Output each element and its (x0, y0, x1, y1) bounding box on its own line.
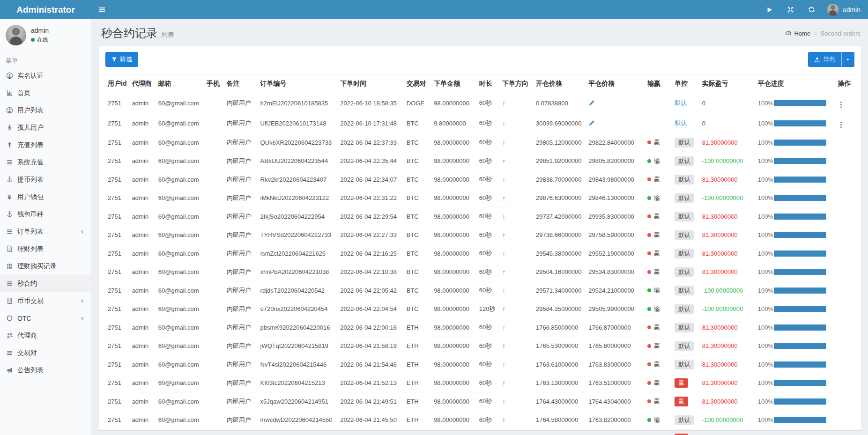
control-cell: 默认 (672, 281, 699, 300)
note-cell: 内部用户 (224, 281, 258, 300)
edit-pencil-icon[interactable] (588, 100, 643, 106)
progress-bar (774, 361, 826, 368)
result-dot-icon (647, 288, 651, 292)
control-default-button[interactable]: 默认 (675, 156, 694, 166)
sidebar-item-agent[interactable]: 代理商 (0, 327, 91, 344)
export-dropdown-toggle[interactable] (841, 52, 854, 67)
sidebar-item-label: 用户列表 (17, 106, 85, 115)
result-label: 赢 (654, 360, 660, 369)
refresh-icon[interactable] (801, 0, 822, 19)
sidebar-item-otc[interactable]: OTC (0, 310, 91, 327)
direction-cell: ↑ (500, 189, 534, 207)
hamburger-menu-icon[interactable] (91, 0, 113, 19)
row-actions-menu-icon[interactable] (838, 101, 845, 109)
direction-up-icon: ↑ (502, 379, 506, 387)
amount-cell: 98.00000000 (431, 263, 477, 281)
note-cell: 内部用户 (224, 429, 258, 435)
close-price-cell: 29552.19000000 (586, 244, 645, 263)
amount-cell: 98.00000000 (431, 189, 477, 207)
breadcrumb-home-link[interactable]: Home (785, 30, 810, 37)
sidebar-item-second-contract[interactable]: 秒合约 (0, 275, 91, 292)
order-no-cell: IXCmNg20220604214237 (258, 429, 338, 435)
sidebar-item-label: 系统充值 (17, 158, 85, 167)
control-default-button[interactable]: 默认 (675, 175, 694, 184)
control-cell: 默认 (672, 244, 699, 263)
user-circle-icon (6, 72, 13, 79)
table-row: 2751admin60@gmail.com内部用户IXCmNg202206042… (105, 429, 854, 435)
sidebar-item-home[interactable]: 首页 (0, 84, 91, 102)
profit-cell: 0 (700, 113, 756, 133)
edit-pencil-icon[interactable] (588, 120, 643, 126)
control-default-button[interactable]: 默认 (675, 415, 694, 425)
row-actions-menu-icon[interactable] (838, 121, 845, 129)
result-cell: 赢 (645, 133, 672, 152)
result-dot-icon (647, 344, 651, 348)
control-default-button[interactable]: 默认 (675, 249, 694, 258)
result-cell: 赢 (645, 355, 672, 374)
table-row: 2751admin60@gmail.com内部用户o720nx202206042… (105, 300, 854, 318)
email-cell: 60@gmail.com (156, 355, 204, 374)
control-default-link[interactable]: 默认 (675, 119, 687, 127)
phone-cell (204, 152, 224, 170)
breadcrumb-current: Second-orders (821, 30, 861, 37)
user-menu[interactable]: admin (822, 4, 868, 16)
sidebar-item-orphan-users[interactable]: 孤儿用户 (0, 119, 91, 136)
result-cell: 赢 (645, 318, 672, 337)
column-header: 用户id (105, 75, 130, 93)
sidebar-item-finance-list[interactable]: 理财列表 (0, 240, 91, 258)
control-default-button[interactable]: 默认 (675, 286, 694, 295)
control-default-button[interactable]: 默认 (675, 193, 694, 203)
control-default-button[interactable]: 默认 (675, 341, 694, 351)
filter-button[interactable]: 筛选 (105, 52, 138, 67)
brand-title: Administrator (0, 0, 91, 19)
note-cell: 内部用户 (224, 93, 258, 113)
column-header: 下单金额 (431, 75, 477, 93)
operate-cell (835, 226, 854, 244)
duration-cell: 60秒 (477, 207, 500, 226)
result-dot-icon (647, 381, 651, 385)
sidebar-item-user-wallet[interactable]: ¥用户钱包 (0, 188, 91, 206)
control-default-link[interactable]: 默认 (675, 99, 687, 107)
control-default-button[interactable]: 默认 (675, 230, 694, 240)
control-default-button[interactable]: 默认 (675, 138, 694, 147)
sidebar-item-withdraw-list[interactable]: 提币列表 (0, 171, 91, 188)
email-cell: 60@gmail.com (156, 337, 204, 355)
export-button[interactable]: 导出 (808, 52, 841, 67)
column-header: 操作 (835, 75, 854, 93)
sidebar-item-user-list[interactable]: 用户列表 (0, 102, 91, 119)
control-default-button[interactable]: 默认 (675, 267, 694, 277)
result-label: 输 (654, 194, 660, 202)
control-default-button[interactable]: 默认 (675, 304, 694, 314)
close-price-cell: 29843.98000000 (586, 170, 645, 189)
table-row: 2751admin60@gmail.com内部用户QUk6XR202206042… (105, 133, 854, 152)
column-header: 平仓进度 (756, 75, 836, 93)
open-price-cell: 29571.34000000 (534, 281, 586, 300)
sidebar-item-wallet-coins[interactable]: 钱包币种 (0, 206, 91, 223)
amount-cell: 98.00000000 (431, 226, 477, 244)
pair-cell: BTC (404, 300, 431, 318)
control-default-button[interactable]: 默认 (675, 323, 694, 332)
close-price-cell: 29846.13000000 (586, 189, 645, 207)
direction-up-icon: ↑ (502, 250, 506, 258)
sidebar-item-recharge-list[interactable]: 充值列表 (0, 136, 91, 154)
control-default-button[interactable]: 默认 (675, 212, 694, 221)
agent-cell: admin (130, 189, 156, 207)
sidebar-item-trading-pair[interactable]: 交易对 (0, 344, 91, 361)
direction-cell: ↑ (500, 392, 534, 411)
sidebar-item-announcement-list[interactable]: 公告列表 (0, 361, 91, 379)
sidebar-item-order-list[interactable]: 订单列表 (0, 223, 91, 240)
sidebar-item-coin-trade[interactable]: 币币交易 (0, 292, 91, 310)
control-win-button[interactable]: 赢 (675, 397, 688, 406)
control-win-button[interactable]: 赢 (675, 378, 688, 388)
sidebar-item-real-name-auth[interactable]: 实名认证 (0, 67, 91, 84)
expand-icon[interactable] (780, 0, 801, 19)
play-icon[interactable] (759, 0, 780, 19)
sidebar-item-finance-purchases[interactable]: 理财购买记录 (0, 258, 91, 275)
phone-cell (204, 374, 224, 392)
progress-cell: 100% (756, 281, 836, 300)
column-header: 邮箱 (156, 75, 204, 93)
control-default-button[interactable]: 默认 (675, 360, 694, 369)
sidebar-item-system-recharge[interactable]: 系统充值 (0, 154, 91, 171)
table-row: 2751admin60@gmail.com内部用户IsmZcl202206042… (105, 244, 854, 263)
open-price-cell: 1763.61000000 (534, 355, 586, 374)
